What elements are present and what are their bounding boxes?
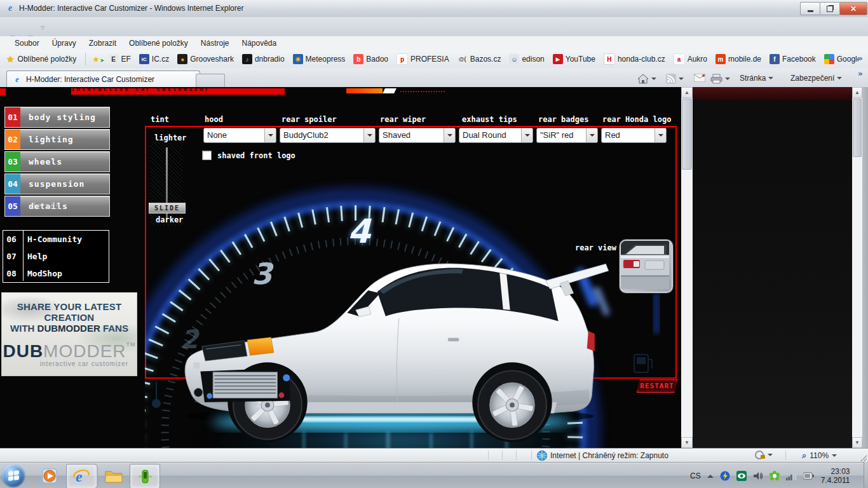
security-report-button[interactable] [755, 451, 773, 459]
taskbar-messenger-button[interactable] [130, 464, 160, 488]
exhaust-tips-select[interactable]: Dual Round [459, 128, 533, 143]
page-scrollbar[interactable]: ▲ ▼ [852, 87, 862, 448]
frame-scroll-thumb[interactable] [682, 98, 692, 170]
home-dropdown-icon[interactable] [651, 78, 656, 83]
feeds-dropdown-icon[interactable] [679, 78, 684, 83]
page-scroll-down-icon[interactable]: ▼ [852, 437, 862, 448]
history-dropdown-icon[interactable]: ▽ [41, 25, 44, 30]
menu-soubor[interactable]: Soubor [9, 37, 45, 50]
status-separator [516, 451, 517, 460]
print-button[interactable] [710, 74, 730, 84]
sidebar-item-suspension[interactable]: 04 suspension [4, 173, 110, 194]
page-scroll-thumb[interactable] [853, 98, 862, 157]
sidebar-item-wheels[interactable]: 03 wheels [4, 151, 110, 172]
favorite-link[interactable]: Aukro [674, 53, 707, 65]
favorite-link[interactable]: dnbradio [242, 54, 285, 64]
menu-napoveda[interactable]: Nápověda [236, 37, 283, 50]
rear-wiper-select-value: Shaved [379, 128, 444, 142]
print-dropdown-icon[interactable] [725, 78, 730, 83]
fog-light [194, 388, 203, 396]
language-indicator[interactable]: CS [690, 471, 701, 480]
add-favorite-icon[interactable]: ★➤ [92, 55, 104, 64]
rear-wiper-select[interactable]: Shaved [379, 128, 456, 143]
volume-icon[interactable] [753, 471, 763, 481]
favorite-link[interactable]: Grooveshark [177, 54, 234, 64]
edison-favicon [509, 54, 519, 64]
resize-grip[interactable] [860, 455, 867, 461]
menu-oblibene[interactable]: Oblíbené položky [123, 37, 194, 50]
favorite-link[interactable]: Google [824, 54, 858, 64]
sidebar-item-lighting[interactable]: 02 lighting [4, 129, 110, 150]
menu-item-h-community[interactable]: 06 H-Community [3, 231, 109, 248]
rear-spoiler-select-value: BuddyClub2 [280, 128, 363, 142]
battery-icon[interactable] [803, 471, 815, 480]
site-header-banner: interactive car customizer [71, 88, 285, 95]
frame-scrollbar[interactable]: ▲ ▼ [681, 87, 693, 448]
feeds-button[interactable] [666, 74, 684, 84]
header-dotted-line [400, 91, 445, 92]
menu-item-modshop[interactable]: 08 ModShop [3, 265, 109, 282]
show-desktop-button[interactable] [864, 462, 868, 488]
new-tab-button[interactable] [196, 74, 225, 88]
frame-scroll-up-icon[interactable]: ▲ [681, 87, 693, 98]
exhaust-tips-select-value: Dual Round [459, 128, 521, 142]
commandbar-overflow-icon[interactable]: » [858, 69, 863, 78]
restart-button[interactable]: RESTART [637, 379, 677, 393]
read-mail-button[interactable] [694, 74, 705, 82]
favorites-button[interactable]: ★ Oblíbené položky [0, 54, 83, 64]
favorite-link[interactable]: edison [509, 54, 544, 64]
tray-boost-icon[interactable] [720, 471, 730, 481]
taskbar-ie-button[interactable]: e [66, 464, 97, 488]
start-button[interactable] [2, 464, 25, 487]
favorite-link[interactable]: IC.cz [139, 54, 169, 64]
taskbar-explorer-button[interactable] [99, 464, 128, 487]
tint-slider-handle[interactable]: SLIDE [149, 203, 186, 214]
rear-badges-select[interactable]: "SiR" red [536, 128, 598, 143]
close-button[interactable]: ✕ [839, 2, 867, 15]
menu-upravy[interactable]: Úpravy [46, 37, 82, 50]
favorite-link[interactable]: PROFESIA [397, 53, 449, 65]
taskbar-wmp-button[interactable] [36, 464, 65, 487]
ef-favicon [109, 54, 119, 64]
hidden-icons-button[interactable] [707, 471, 714, 478]
network-signal-icon[interactable] [786, 471, 797, 480]
rear-honda-logo-select[interactable]: Red [601, 128, 667, 143]
restore-button[interactable] [820, 2, 840, 15]
menu-item-help[interactable]: 07 Help [3, 248, 109, 265]
favorite-link[interactable]: YouTube [553, 54, 595, 64]
rear-spoiler-label: rear spoiler [281, 115, 337, 124]
page-scroll-up-icon[interactable]: ▲ [852, 87, 862, 98]
tray-antivirus-icon[interactable] [736, 471, 747, 481]
favorite-link[interactable]: mobile.de [715, 54, 761, 64]
home-button[interactable] [637, 74, 656, 84]
dubmodder-promo-banner[interactable]: SHARE YOUR LATEST CREATION WITH DUBMODDE… [1, 292, 137, 376]
zoom-control[interactable]: ⌕ 110% [802, 451, 837, 461]
favorite-link[interactable]: Badoo [353, 54, 388, 64]
rear-honda-logo-select-arrow-icon [654, 128, 666, 142]
shaved-front-logo-checkbox[interactable] [202, 151, 212, 160]
favorite-link[interactable]: EF [109, 54, 131, 64]
rear-view-thumbnail[interactable] [620, 240, 673, 293]
minimize-button[interactable] [800, 2, 820, 15]
rear-spoiler-select[interactable]: BuddyClub2 [280, 128, 376, 143]
hood-select[interactable]: None [203, 128, 276, 143]
status-separator [531, 451, 532, 460]
favorite-link[interactable]: honda-club.cz [604, 53, 665, 65]
rear-badges-select-value: "SiR" red [537, 128, 586, 142]
menu-nastroje[interactable]: Nástroje [195, 37, 235, 50]
security-menu-button[interactable]: Zabezpečení [790, 74, 842, 83]
favorite-link[interactable]: Meteopress [293, 54, 346, 64]
sidebar-item-details[interactable]: 05 detailsdetails [4, 196, 110, 217]
car-render [185, 264, 610, 448]
tray-icq-icon[interactable] [770, 471, 780, 481]
favorite-link[interactable]: Bazos.cz [458, 54, 501, 64]
frame-scroll-down-icon[interactable]: ▼ [681, 437, 693, 448]
clock[interactable]: 23:03 7.4.2011 [821, 467, 850, 485]
tab-hmodder[interactable]: e H-Modder: Interactive Car Customizer [6, 71, 200, 88]
favorites-overflow-icon[interactable]: » [858, 54, 863, 63]
sidebar-item-body-styling[interactable]: 01 body styling [4, 107, 110, 128]
rear-honda-logo-label: rear Honda logo [602, 115, 671, 124]
menu-zobrazit[interactable]: Zobrazit [83, 37, 122, 50]
page-menu-button[interactable]: Stránka [740, 74, 773, 83]
favorite-link[interactable]: Facebook [770, 54, 816, 64]
